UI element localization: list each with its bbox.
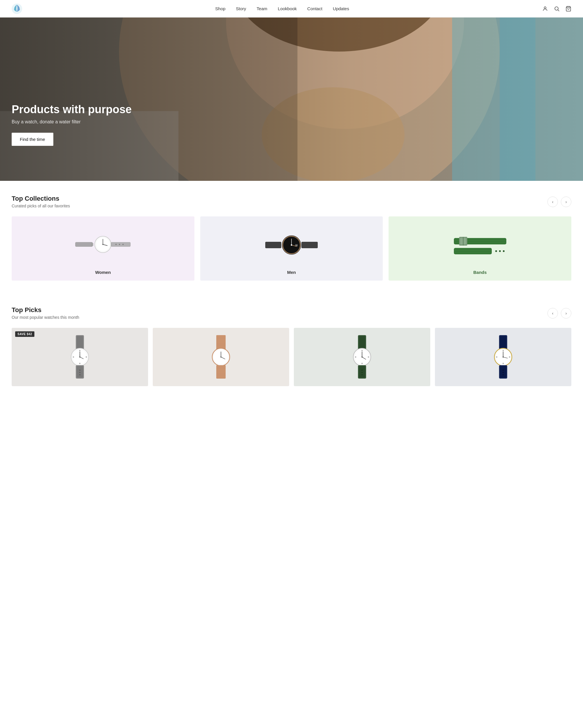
svg-point-0 xyxy=(12,3,22,14)
svg-point-122 xyxy=(503,357,504,358)
nav-link-shop[interactable]: Shop xyxy=(215,6,225,11)
svg-rect-51 xyxy=(77,336,83,349)
cart-button[interactable] xyxy=(565,6,571,12)
svg-rect-73 xyxy=(217,341,225,342)
main-nav: Shop Story Team Lookbook Contact Updates xyxy=(0,0,583,18)
svg-rect-92 xyxy=(217,374,225,374)
collection-women-label: Women xyxy=(95,270,111,275)
svg-point-2 xyxy=(555,7,558,10)
nav-link-team[interactable]: Team xyxy=(256,6,267,11)
product-watch-1 xyxy=(65,334,94,380)
svg-point-60 xyxy=(79,357,80,358)
collections-next-button[interactable]: › xyxy=(561,197,571,207)
svg-point-48 xyxy=(499,250,501,252)
picks-section-header: Top Picks Our most popular watches this … xyxy=(12,306,571,320)
collection-women-image xyxy=(44,234,162,258)
svg-rect-86 xyxy=(217,367,225,367)
bands-svg xyxy=(451,234,509,258)
product-card-1[interactable]: SAVE $42 xyxy=(12,328,148,386)
product-watch-2 xyxy=(206,334,235,380)
search-button[interactable] xyxy=(554,6,560,12)
svg-rect-97 xyxy=(359,336,365,349)
svg-rect-35 xyxy=(301,242,318,248)
hero-overlay xyxy=(0,18,583,181)
svg-rect-71 xyxy=(217,339,225,339)
svg-point-25 xyxy=(122,244,123,245)
svg-rect-77 xyxy=(217,346,225,346)
svg-point-111 xyxy=(361,374,363,375)
svg-rect-93 xyxy=(217,375,225,375)
nav-link-contact[interactable]: Contact xyxy=(307,6,323,11)
collection-card-bands[interactable]: Bands xyxy=(389,216,571,281)
svg-point-125 xyxy=(503,369,504,371)
svg-rect-113 xyxy=(500,336,506,349)
nav-actions xyxy=(542,6,571,12)
collections-title: Top Collections xyxy=(12,195,70,202)
collection-bands-image xyxy=(421,234,539,258)
collections-prev-button[interactable]: ‹ xyxy=(548,197,558,207)
nav-link-lookbook[interactable]: Lookbook xyxy=(278,6,297,11)
svg-rect-72 xyxy=(217,340,225,341)
svg-rect-70 xyxy=(217,338,225,338)
product-watch-4 xyxy=(489,334,518,380)
svg-rect-94 xyxy=(217,376,225,376)
top-picks-section: Top Picks Our most popular watches this … xyxy=(0,292,583,398)
logo-link[interactable] xyxy=(12,3,22,14)
account-icon xyxy=(542,6,548,12)
cart-icon xyxy=(565,6,571,12)
svg-rect-85 xyxy=(217,365,225,366)
product-card-2[interactable] xyxy=(153,328,289,386)
svg-point-32 xyxy=(290,244,292,246)
products-grid: SAVE $42 xyxy=(12,328,571,386)
collection-card-women[interactable]: Women xyxy=(12,216,194,281)
svg-point-106 xyxy=(361,357,363,358)
nav-links: Shop Story Team Lookbook Contact Updates xyxy=(215,6,349,11)
account-button[interactable] xyxy=(542,6,548,12)
hero-section: Products with purpose Buy a watch, donat… xyxy=(0,18,583,181)
picks-carousel-controls: ‹ › xyxy=(548,308,571,318)
svg-point-23 xyxy=(115,244,117,245)
svg-rect-14 xyxy=(75,242,93,247)
men-watch-svg: 04 xyxy=(265,233,318,259)
svg-point-110 xyxy=(361,372,363,373)
svg-point-64 xyxy=(79,369,80,371)
nav-link-story[interactable]: Story xyxy=(236,6,246,11)
logo-icon xyxy=(12,3,22,14)
collections-subtitle: Curated picks of all our favorites xyxy=(12,204,70,208)
hero-content: Products with purpose Buy a watch, donat… xyxy=(12,103,132,146)
svg-point-109 xyxy=(361,369,363,371)
hero-cta-button[interactable]: Find the time xyxy=(12,133,53,146)
svg-rect-43 xyxy=(454,248,492,254)
svg-point-21 xyxy=(102,244,104,245)
collection-bands-label: Bands xyxy=(473,270,487,275)
svg-point-126 xyxy=(503,372,504,373)
svg-rect-78 xyxy=(217,347,225,348)
nav-link-updates[interactable]: Updates xyxy=(333,6,349,11)
svg-rect-91 xyxy=(217,372,225,373)
women-watch-svg xyxy=(75,234,131,258)
svg-rect-88 xyxy=(217,369,225,369)
product-card-3[interactable] xyxy=(294,328,430,386)
svg-rect-90 xyxy=(217,371,225,372)
picks-title: Top Picks xyxy=(12,306,79,314)
picks-prev-button[interactable]: ‹ xyxy=(548,308,558,318)
picks-title-group: Top Picks Our most popular watches this … xyxy=(12,306,79,320)
collection-men-label: Men xyxy=(287,270,296,275)
svg-point-61 xyxy=(80,353,80,354)
product-badge-1: SAVE $42 xyxy=(15,331,34,337)
svg-rect-89 xyxy=(217,370,225,371)
picks-next-button[interactable]: › xyxy=(561,308,571,318)
product-watch-3 xyxy=(348,334,377,380)
svg-line-3 xyxy=(558,10,559,11)
collections-carousel-controls: ‹ › xyxy=(548,197,571,207)
svg-point-24 xyxy=(119,244,120,245)
svg-point-127 xyxy=(503,374,504,375)
collection-men-image: 04 xyxy=(232,233,351,259)
product-card-4[interactable] xyxy=(435,328,571,386)
svg-text:04: 04 xyxy=(296,244,297,246)
svg-rect-68 xyxy=(217,335,225,336)
svg-rect-75 xyxy=(217,344,225,344)
collections-grid: Women 04 xyxy=(12,216,571,281)
svg-rect-15 xyxy=(90,243,93,246)
collection-card-men[interactable]: 04 Men xyxy=(200,216,383,281)
